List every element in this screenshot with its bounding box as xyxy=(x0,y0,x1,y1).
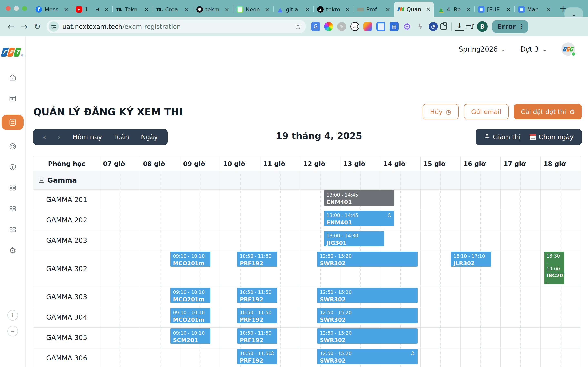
send-email-button[interactable]: Gửi email xyxy=(464,104,509,119)
event-block[interactable]: 09:10 - 10:10SCM201 xyxy=(171,328,210,343)
browser-tab[interactable]: Neon× xyxy=(233,2,273,17)
browser-tab[interactable]: fMess× xyxy=(32,2,72,17)
error-button[interactable]: Error⋮ xyxy=(492,20,528,33)
event-block[interactable]: 09:10 - 10:10MCO201m xyxy=(171,308,210,323)
playlist-icon[interactable]: ≡♪ xyxy=(466,22,474,31)
bookmark-star-icon[interactable]: ☆ xyxy=(295,22,301,31)
tab-close-icon[interactable]: × xyxy=(63,6,69,13)
selection-extension-icon[interactable] xyxy=(376,22,385,31)
site-settings-icon[interactable] xyxy=(49,21,59,32)
sidebar-item-settings[interactable]: ⚙ xyxy=(8,246,17,255)
sidebar-item-modules-3[interactable] xyxy=(8,225,17,234)
gauge-extension-icon[interactable]: ◔ xyxy=(429,22,438,31)
colorzilla-extension-icon[interactable] xyxy=(324,22,333,31)
tab-close-icon[interactable]: × xyxy=(465,6,471,13)
event-block[interactable]: 12:50 - 15:20SWR302 xyxy=(317,349,417,364)
event-block[interactable]: 10:50 - 11:50PRF192 xyxy=(237,308,277,323)
highlighter-extension-icon[interactable] xyxy=(363,22,372,31)
tab-close-icon[interactable]: × xyxy=(304,6,311,13)
sidebar-item-home[interactable] xyxy=(8,73,17,82)
sidebar-item-code[interactable] xyxy=(8,142,17,151)
forward-icon[interactable]: → xyxy=(18,22,30,31)
term-dropdown[interactable]: Spring2026⌄ xyxy=(459,45,506,53)
tab-close-icon[interactable]: × xyxy=(545,6,552,13)
translate-extension-icon[interactable]: G xyxy=(311,22,320,31)
week-view-button[interactable]: Tuần xyxy=(114,133,129,141)
event-block[interactable]: 12:50 - 15:20SWR302 xyxy=(317,308,417,323)
room-name: GAMMA 303 xyxy=(34,287,100,307)
tab-close-icon[interactable]: × xyxy=(505,6,512,13)
event-block[interactable]: 10:50 - 11:50PRF192 xyxy=(237,288,277,303)
browser-tab[interactable]: Quản× xyxy=(394,2,434,17)
event-block[interactable]: 13:00 - 14:30JIG301 xyxy=(324,231,384,246)
minimize-window-icon[interactable] xyxy=(14,6,19,11)
browser-tab[interactable]: ▲4. Re× xyxy=(434,2,474,17)
tab-close-icon[interactable]: × xyxy=(345,6,351,13)
event-block[interactable]: 13:00 - 14:45ENM401 xyxy=(324,191,394,206)
sidebar-item-modules-1[interactable] xyxy=(8,184,17,192)
room-name: GAMMA 302 xyxy=(34,251,100,287)
event-block[interactable]: 10:50 - 11:50PRF192 xyxy=(237,349,277,364)
address-bar[interactable]: uat.nextexam.tech/exam-registration ☆ xyxy=(47,20,306,33)
browser-tab[interactable]: ▲tekm× xyxy=(313,2,354,17)
cancel-button[interactable]: Hủy◷ xyxy=(423,104,458,119)
browser-profile-avatar[interactable]: B xyxy=(477,21,488,32)
tab-close-icon[interactable]: × xyxy=(385,6,391,13)
invigilator-button[interactable]: Giám thị xyxy=(484,133,521,141)
browser-tab[interactable]: Prof× xyxy=(354,2,394,17)
settings-extension-icon[interactable]: ⚙ xyxy=(403,22,412,31)
event-code: PRF192 xyxy=(240,357,275,364)
browser-tab[interactable]: ≡Mac× xyxy=(515,2,555,17)
save-extension-icon[interactable]: ▤ xyxy=(389,22,398,31)
batch-dropdown[interactable]: Đợt 3⌄ xyxy=(520,45,547,53)
hour-cell xyxy=(540,328,580,348)
zoom-window-icon[interactable] xyxy=(22,6,27,11)
today-button[interactable]: Hôm nay xyxy=(73,133,102,141)
close-window-icon[interactable] xyxy=(6,6,11,11)
event-block[interactable]: 09:10 - 10:10MCO201m xyxy=(171,288,210,303)
exam-settings-button[interactable]: Cài đặt đợt thi⚙ xyxy=(514,104,582,119)
next-day-button[interactable]: › xyxy=(58,133,61,141)
json-extension-icon[interactable]: {…} xyxy=(350,22,359,31)
browser-tab[interactable]: ≡[FUE× xyxy=(474,2,515,17)
tab-close-icon[interactable]: × xyxy=(224,6,230,13)
back-icon[interactable]: ← xyxy=(5,22,17,31)
sidebar-item-calendar[interactable] xyxy=(8,94,17,103)
event-block[interactable]: 12:50 - 15:20SWR302 xyxy=(317,288,417,303)
event-block[interactable]: 12:50 - 15:20SWR302 xyxy=(317,252,417,267)
browser-tab[interactable]: ▶1× xyxy=(72,2,112,17)
sidebar-item-modules-2[interactable] xyxy=(8,204,17,213)
event-block[interactable]: 10:50 - 11:50PRF192 xyxy=(237,252,277,267)
extensions-puzzle-icon[interactable] xyxy=(440,24,447,30)
tab-close-icon[interactable]: × xyxy=(103,6,109,13)
bolt-extension-icon[interactable]: ϟ xyxy=(416,22,425,31)
collapse-sidebar-icon[interactable]: − xyxy=(7,326,18,336)
event-block[interactable]: 10:50 - 11:50PRF192 xyxy=(237,328,277,343)
browser-tab[interactable]: TS.Crea× xyxy=(153,2,193,17)
editor-extension-icon[interactable]: ✎ xyxy=(337,22,346,31)
collapse-group-icon[interactable]: − xyxy=(39,178,44,183)
sidebar-item-exam-registration[interactable] xyxy=(2,115,24,130)
info-icon[interactable]: i xyxy=(7,310,18,320)
event-block[interactable]: 09:10 - 10:10MCO201m xyxy=(171,252,210,267)
day-view-button[interactable]: Ngày xyxy=(141,133,158,141)
sidebar-item-alerts[interactable] xyxy=(8,163,17,172)
tab-close-icon[interactable]: × xyxy=(183,6,190,13)
kebab-menu-icon[interactable]: ⋮ xyxy=(518,23,525,30)
user-avatar[interactable]: FPT xyxy=(562,42,575,56)
pick-day-button[interactable]: Chọn ngày xyxy=(530,133,574,141)
event-block[interactable]: 12:50 - 15:20SWR302 xyxy=(317,328,417,343)
event-block[interactable]: 18:30 - 19:00IBC201 - phanba xyxy=(544,252,564,284)
tab-close-icon[interactable]: × xyxy=(143,6,150,13)
reload-icon[interactable]: ↻ xyxy=(31,22,43,31)
prev-day-button[interactable]: ‹ xyxy=(43,133,46,141)
tab-audio-icon[interactable] xyxy=(96,7,101,11)
browser-tab[interactable]: ▲git a× xyxy=(273,2,313,17)
event-block[interactable]: 13:00 - 14:45ENM401 xyxy=(324,211,394,226)
event-block[interactable]: 16:10 - 17:10JLR302 xyxy=(451,252,491,267)
tab-close-icon[interactable]: × xyxy=(425,6,431,12)
browser-tab[interactable]: tekm× xyxy=(193,2,233,17)
downloads-icon[interactable]: ↓ xyxy=(455,22,464,31)
browser-tab[interactable]: TS.Tekn× xyxy=(112,2,153,17)
tab-close-icon[interactable]: × xyxy=(264,6,270,13)
